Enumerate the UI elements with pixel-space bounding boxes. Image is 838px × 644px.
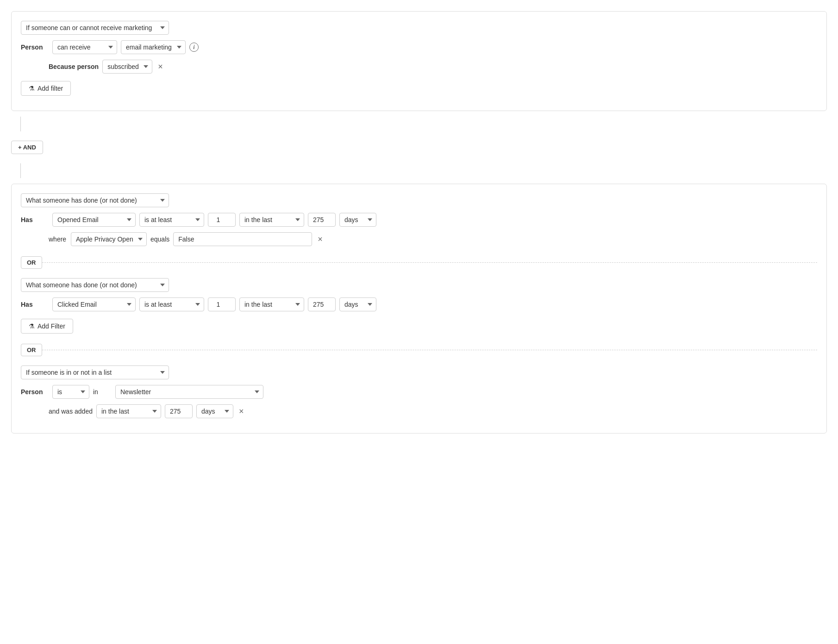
added-time-select[interactable]: in the last bbox=[96, 404, 161, 418]
and-vline bbox=[20, 117, 21, 131]
where-row: where Apple Privacy Open equals × bbox=[49, 232, 817, 246]
add-filter-label-2: Add Filter bbox=[38, 322, 65, 330]
time-range-select-1[interactable]: in the last bbox=[239, 213, 304, 227]
because-row: Because person subscribed × bbox=[49, 60, 817, 74]
time-value-input-2[interactable] bbox=[308, 297, 336, 311]
add-filter-button-2[interactable]: ⚗ Add Filter bbox=[21, 319, 73, 334]
condition-select-1[interactable]: is at least bbox=[139, 213, 204, 227]
sub-block-list: If someone is in or not in a list Person… bbox=[21, 365, 817, 418]
in-label: in bbox=[93, 388, 112, 396]
has-label-1: Has bbox=[21, 216, 49, 223]
time-value-input-1[interactable] bbox=[308, 213, 336, 227]
added-time-value[interactable] bbox=[165, 404, 193, 418]
or-divider-2: OR bbox=[21, 339, 817, 361]
or-button-1[interactable]: OR bbox=[21, 256, 42, 269]
condition-block-1: If someone can or cannot receive marketi… bbox=[11, 11, 827, 111]
has-label-2: Has bbox=[21, 301, 49, 308]
added-days-select[interactable]: days bbox=[196, 404, 233, 418]
add-filter-row-2: ⚗ Add Filter bbox=[21, 317, 817, 334]
equals-value-input[interactable] bbox=[173, 232, 312, 246]
days-select-2[interactable]: days bbox=[339, 297, 376, 311]
main-condition-select-2[interactable]: What someone has done (or not done) bbox=[21, 193, 169, 207]
where-close-button[interactable]: × bbox=[316, 235, 325, 243]
filter-icon-2: ⚗ bbox=[29, 322, 35, 330]
is-select[interactable]: is bbox=[52, 385, 89, 399]
has-row-1: Has Opened Email is at least in the last… bbox=[21, 213, 817, 227]
main-condition-row-1: If someone can or cannot receive marketi… bbox=[21, 21, 817, 35]
person-label-1: Person bbox=[21, 43, 49, 51]
and-vline-bottom bbox=[20, 163, 21, 178]
marketing-type-select[interactable]: email marketing bbox=[121, 40, 186, 54]
sub-block-clicked-email: What someone has done (or not done) Has … bbox=[21, 278, 817, 334]
where-label: where bbox=[49, 235, 67, 243]
main-condition-row-2: What someone has done (or not done) bbox=[21, 193, 817, 207]
info-icon: i bbox=[189, 43, 199, 52]
and-connector bbox=[11, 117, 827, 131]
because-select[interactable]: subscribed bbox=[102, 60, 152, 74]
main-condition-select-4[interactable]: If someone is in or not in a list bbox=[21, 365, 169, 379]
main-condition-row-3: What someone has done (or not done) bbox=[21, 278, 817, 292]
list-select[interactable]: Newsletter bbox=[115, 385, 263, 399]
filter-icon-1: ⚗ bbox=[29, 85, 35, 92]
count-input-1[interactable] bbox=[208, 213, 236, 227]
or-line-2 bbox=[42, 350, 818, 350]
was-added-label: and was added bbox=[49, 408, 93, 415]
condition-select-2[interactable]: is at least bbox=[139, 297, 204, 311]
because-close-button[interactable]: × bbox=[156, 62, 165, 71]
can-receive-select[interactable]: can receive bbox=[52, 40, 117, 54]
add-filter-button-1[interactable]: ⚗ Add filter bbox=[21, 81, 71, 96]
condition-block-2: What someone has done (or not done) Has … bbox=[11, 184, 827, 433]
person-label-2: Person bbox=[21, 388, 49, 396]
action-select-2[interactable]: Clicked Email bbox=[52, 297, 136, 311]
main-condition-select-3[interactable]: What someone has done (or not done) bbox=[21, 278, 169, 292]
because-label: Because person bbox=[49, 63, 99, 70]
main-condition-select-1[interactable]: If someone can or cannot receive marketi… bbox=[21, 21, 169, 35]
where-select[interactable]: Apple Privacy Open bbox=[71, 232, 147, 246]
was-added-close-button[interactable]: × bbox=[237, 407, 246, 415]
or-button-2[interactable]: OR bbox=[21, 344, 42, 356]
person-row-1: Person can receive email marketing i bbox=[21, 40, 817, 54]
days-select-1[interactable]: days bbox=[339, 213, 376, 227]
add-filter-row-1: ⚗ Add filter bbox=[21, 79, 817, 96]
person-row-2: Person is in Newsletter bbox=[21, 385, 817, 399]
equals-label: equals bbox=[150, 235, 169, 243]
and-button[interactable]: + AND bbox=[11, 141, 43, 154]
time-range-select-2[interactable]: in the last bbox=[239, 297, 304, 311]
has-row-2: Has Clicked Email is at least in the las… bbox=[21, 297, 817, 311]
action-select-1[interactable]: Opened Email bbox=[52, 213, 136, 227]
or-divider-1: OR bbox=[21, 252, 817, 273]
count-input-2[interactable] bbox=[208, 297, 236, 311]
add-filter-label-1: Add filter bbox=[38, 85, 63, 92]
main-condition-row-4: If someone is in or not in a list bbox=[21, 365, 817, 379]
and-connector-bottom bbox=[11, 163, 827, 178]
was-added-row: and was added in the last days × bbox=[49, 404, 817, 418]
or-line-1 bbox=[42, 262, 818, 263]
